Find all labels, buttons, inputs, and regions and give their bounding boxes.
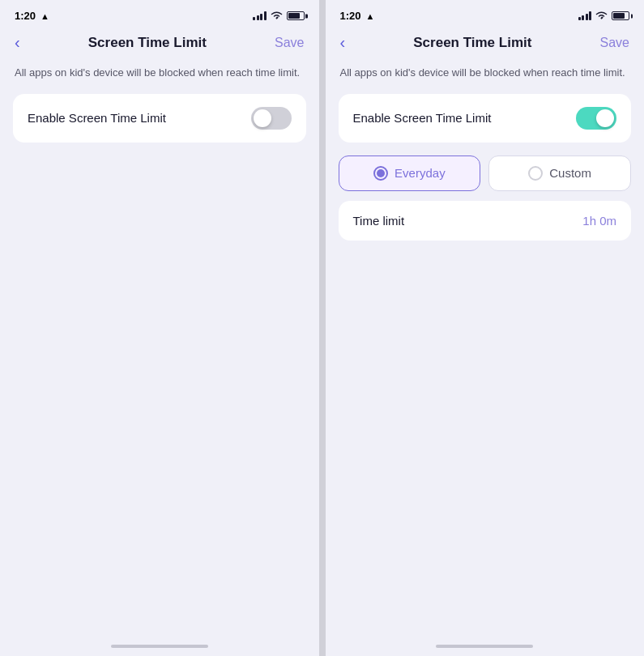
time-limit-card: Time limit 1h 0m — [339, 201, 632, 241]
segment-everyday-label: Everyday — [395, 166, 446, 180]
home-indicator-left — [111, 645, 208, 648]
segment-control: Everyday Custom — [339, 155, 632, 191]
signal-bar-3 — [260, 14, 262, 20]
segment-custom-label: Custom — [549, 166, 591, 180]
time-limit-value: 1h 0m — [582, 214, 616, 228]
toggle-thumb-right — [596, 109, 614, 127]
enable-toggle-card-left: Enable Screen Time Limit — [13, 94, 306, 143]
signal-bar-r4 — [589, 11, 591, 20]
radio-everyday — [373, 166, 388, 181]
save-button-left[interactable]: Save — [275, 36, 304, 50]
status-icons-left — [253, 11, 305, 22]
toggle-row-right: Enable Screen Time Limit — [339, 94, 632, 143]
status-time-right: 1:20 ▲ — [340, 10, 375, 22]
time-left: 1:20 — [15, 10, 36, 22]
location-icon-right: ▲ — [366, 11, 375, 21]
segment-everyday[interactable]: Everyday — [339, 155, 481, 191]
enable-toggle-right[interactable] — [576, 107, 616, 130]
signal-bars-left — [253, 11, 267, 20]
status-time-left: 1:20 ▲ — [15, 10, 49, 22]
signal-bar-4 — [264, 11, 267, 20]
enable-toggle-card-right: Enable Screen Time Limit — [339, 94, 632, 143]
signal-bar-r1 — [578, 17, 581, 20]
radio-custom — [528, 166, 543, 181]
battery-fill-left — [288, 13, 300, 19]
nav-bar-right: ‹ Screen Time Limit Save — [326, 27, 645, 62]
save-button-right[interactable]: Save — [600, 36, 629, 50]
description-left: All apps on kid's device will be blocked… — [0, 62, 319, 94]
status-bar-right: 1:20 ▲ — [326, 0, 645, 27]
right-phone-panel: 1:20 ▲ ‹ Screen Time Li — [326, 0, 645, 656]
time-right: 1:20 — [340, 10, 361, 22]
enable-toggle-left[interactable] — [251, 107, 292, 130]
location-icon-left: ▲ — [41, 11, 49, 21]
segment-custom[interactable]: Custom — [488, 155, 631, 191]
segment-control-container: Everyday Custom — [326, 155, 645, 191]
battery-icon-left — [287, 11, 305, 20]
back-button-left[interactable]: ‹ — [15, 33, 20, 52]
signal-bar-r2 — [582, 15, 584, 20]
toggle-row-left: Enable Screen Time Limit — [13, 94, 306, 143]
description-right: All apps on kid's device will be blocked… — [326, 62, 645, 94]
toggle-thumb-left — [254, 109, 271, 127]
toggle-label-left: Enable Screen Time Limit — [28, 111, 166, 125]
signal-bar-1 — [253, 17, 255, 20]
wifi-icon-left — [271, 11, 283, 22]
time-limit-label: Time limit — [353, 214, 405, 228]
time-limit-row[interactable]: Time limit 1h 0m — [339, 201, 632, 241]
status-icons-right — [578, 11, 630, 22]
signal-bar-2 — [257, 15, 259, 20]
status-bar-left: 1:20 ▲ — [0, 0, 319, 27]
battery-icon-right — [612, 11, 629, 20]
page-title-left: Screen Time Limit — [88, 35, 207, 51]
left-phone-panel: 1:20 ▲ ‹ Screen Time Li — [0, 0, 319, 656]
wifi-icon-right — [595, 11, 608, 22]
battery-fill-right — [613, 13, 625, 19]
page-title-right: Screen Time Limit — [413, 35, 531, 51]
panel-divider — [319, 0, 326, 656]
toggle-label-right: Enable Screen Time Limit — [353, 111, 492, 125]
back-button-right[interactable]: ‹ — [340, 33, 346, 52]
home-indicator-right — [436, 645, 533, 648]
signal-bar-r3 — [586, 14, 588, 20]
signal-bars-right — [578, 11, 592, 20]
nav-bar-left: ‹ Screen Time Limit Save — [0, 27, 319, 62]
